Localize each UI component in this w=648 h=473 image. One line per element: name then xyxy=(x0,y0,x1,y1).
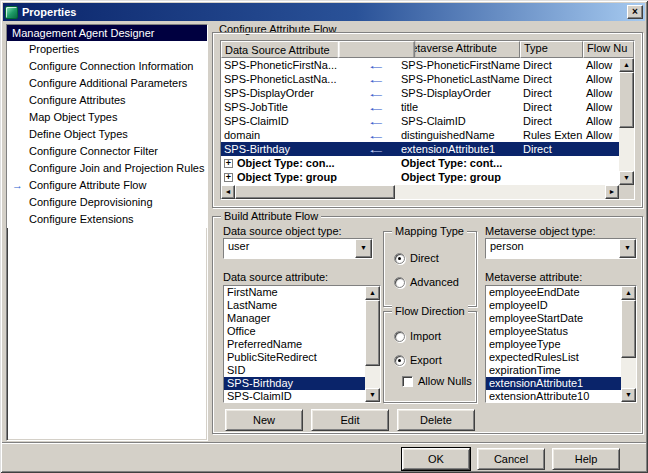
table-row[interactable]: SPS-PhoneticFirstNa... ← SPS-PhoneticFir… xyxy=(221,58,619,72)
delete-button[interactable]: Delete xyxy=(397,409,475,431)
cell-data-source-text: SPS-PhoneticFirstNa... xyxy=(224,58,337,72)
list-item[interactable]: SID xyxy=(224,364,365,377)
sidebar-item-label: Map Object Types xyxy=(29,111,117,123)
list-item[interactable]: LastName xyxy=(224,299,365,312)
table-row[interactable]: SPS-ClaimID ← SPS-ClaimID Direct Allow xyxy=(221,114,619,128)
scrollbar-thumb[interactable] xyxy=(619,72,634,128)
scroll-down-button[interactable]: ▼ xyxy=(365,388,380,402)
list-item[interactable]: SPS-Birthday xyxy=(224,377,365,390)
sidebar-item[interactable]: Configure Deprovisioning xyxy=(7,194,207,211)
col-metaverse-attribute[interactable]: Metaverse Attribute xyxy=(398,41,520,58)
help-button[interactable]: Help xyxy=(552,448,620,470)
sidebar-item[interactable]: Configure Connection Information xyxy=(7,58,207,75)
close-button[interactable]: × xyxy=(627,5,643,19)
new-button[interactable]: New xyxy=(225,409,303,431)
list-item[interactable]: expirationTime xyxy=(486,364,621,377)
combo-value: user xyxy=(224,239,355,258)
metaverse-attribute-label: Metaverse attribute: xyxy=(485,271,582,283)
flow-direction-radio[interactable]: Export xyxy=(384,348,476,372)
scroll-left-button[interactable]: ◄ xyxy=(221,185,235,199)
cell-data-source-text: SPS-Birthday xyxy=(224,142,290,156)
table-row[interactable]: SPS-Birthday ← extensionAttribute1 Direc… xyxy=(221,142,619,156)
list-items: FirstName LastName Manager Office Prefer… xyxy=(224,286,365,402)
flow-arrow-icon: ← xyxy=(338,142,415,156)
list-item[interactable]: PreferredName xyxy=(224,338,365,351)
scroll-down-button[interactable]: ▼ xyxy=(619,171,634,185)
expand-icon[interactable]: + xyxy=(224,159,233,168)
scroll-up-button[interactable]: ▲ xyxy=(365,286,380,300)
list-item[interactable]: employeeType xyxy=(486,338,621,351)
sidebar-item[interactable]: Map Object Types xyxy=(7,109,207,126)
list-item[interactable]: employeeID xyxy=(486,299,621,312)
cell-data-source: SPS-DisplayOrder xyxy=(221,86,355,100)
build-attribute-flow-panel: Build Attribute Flow Data source object … xyxy=(212,216,643,434)
mapping-type-radio[interactable]: Advanced xyxy=(384,270,476,294)
chevron-down-icon[interactable]: ▼ xyxy=(355,239,372,258)
cell-type: Rules Exten... xyxy=(520,128,583,142)
scrollbar-thumb[interactable] xyxy=(235,185,395,199)
col-flow-nulls[interactable]: Flow Nu xyxy=(583,41,634,58)
sidebar-item[interactable]: Configure Additional Parameters xyxy=(7,75,207,92)
groupbox-label: Mapping Type xyxy=(392,225,467,237)
col-flow-arrow[interactable] xyxy=(338,41,415,58)
list-item[interactable]: SPS-ClaimID xyxy=(224,390,365,402)
list-item[interactable]: Manager xyxy=(224,312,365,325)
sidebar-item[interactable]: Properties xyxy=(7,41,207,58)
cell-type: Direct xyxy=(520,72,583,86)
sidebar-item[interactable]: Configure Connector Filter xyxy=(7,143,207,160)
metaverse-object-type-select[interactable]: person ▼ xyxy=(485,238,637,259)
radio-icon xyxy=(394,331,405,342)
cancel-button[interactable]: Cancel xyxy=(477,448,545,470)
sidebar-item[interactable]: Configure Join and Projection Rules xyxy=(7,160,207,177)
table-horizontal-scrollbar[interactable]: ◄ ► xyxy=(221,185,619,199)
sidebar-item[interactable]: Configure Extensions xyxy=(7,211,207,228)
table-row[interactable]: SPS-DisplayOrder ← SPS-DisplayOrder Dire… xyxy=(221,86,619,100)
list-item[interactable]: employeeStartDate xyxy=(486,312,621,325)
sidebar-item-label: Properties xyxy=(29,43,79,55)
scroll-down-button[interactable]: ▼ xyxy=(621,388,636,402)
table-row[interactable]: domain ← distinguishedName Rules Exten..… xyxy=(221,128,619,142)
list-vertical-scrollbar[interactable]: ▲ ▼ xyxy=(621,286,636,402)
sidebar-item[interactable]: Configure Attributes xyxy=(7,92,207,109)
allow-nulls-checkbox[interactable]: Allow Nulls xyxy=(384,372,476,390)
list-item[interactable]: employeeEndDate xyxy=(486,286,621,299)
cell-flow-nulls: Allow xyxy=(583,100,619,114)
cell-type: Direct xyxy=(520,86,583,100)
list-item[interactable]: extensionAttribute1 xyxy=(486,377,621,390)
expand-icon[interactable]: + xyxy=(224,173,233,182)
chevron-down-icon[interactable]: ▼ xyxy=(619,239,636,258)
mapping-type-radio[interactable]: Direct xyxy=(384,246,476,270)
edit-button[interactable]: Edit xyxy=(311,409,389,431)
table-vertical-scrollbar[interactable]: ▲ ▼ xyxy=(619,58,634,185)
table-row[interactable]: +Object Type: group Object Type: group xyxy=(221,170,619,184)
list-item[interactable]: employeeStatus xyxy=(486,325,621,338)
data-source-object-type-select[interactable]: user ▼ xyxy=(223,238,373,259)
scroll-up-button[interactable]: ▲ xyxy=(619,58,634,72)
ok-button[interactable]: OK xyxy=(402,448,470,470)
list-item[interactable]: Office xyxy=(224,325,365,338)
table-row[interactable]: SPS-PhoneticLastNa... ← SPS-PhoneticLast… xyxy=(221,72,619,86)
scroll-up-button[interactable]: ▲ xyxy=(621,286,636,300)
flow-direction-radio[interactable]: Import xyxy=(384,324,476,348)
list-item[interactable]: PublicSiteRedirect xyxy=(224,351,365,364)
list-item[interactable]: extensionAttribute10 xyxy=(486,390,621,402)
cell-metaverse: distinguishedName xyxy=(398,128,520,142)
list-vertical-scrollbar[interactable]: ▲ ▼ xyxy=(365,286,380,402)
sidebar-item[interactable]: Define Object Types xyxy=(7,126,207,143)
col-type[interactable]: Type xyxy=(520,41,583,58)
table-row[interactable]: +Object Type: con... Object Type: cont..… xyxy=(221,156,619,170)
scrollbar-thumb[interactable] xyxy=(365,300,380,366)
radio-icon xyxy=(394,355,405,366)
cell-metaverse: SPS-DisplayOrder xyxy=(398,86,520,100)
table-row[interactable]: SPS-JobTitle ← title Direct Allow xyxy=(221,100,619,114)
cell-data-source: SPS-PhoneticFirstNa... xyxy=(221,58,355,72)
scrollbar-thumb[interactable] xyxy=(621,300,636,358)
sidebar-item-label: Define Object Types xyxy=(29,128,128,140)
cell-data-source: +Object Type: con... xyxy=(221,156,355,170)
titlebar[interactable]: Properties × xyxy=(3,3,645,21)
list-item[interactable]: FirstName xyxy=(224,286,365,299)
sidebar-item[interactable]: → Configure Attribute Flow xyxy=(7,177,207,194)
scroll-right-button[interactable]: ► xyxy=(605,185,619,199)
col-data-source-attribute[interactable]: Data Source Attribute xyxy=(221,41,355,58)
list-item[interactable]: expectedRulesList xyxy=(486,351,621,364)
